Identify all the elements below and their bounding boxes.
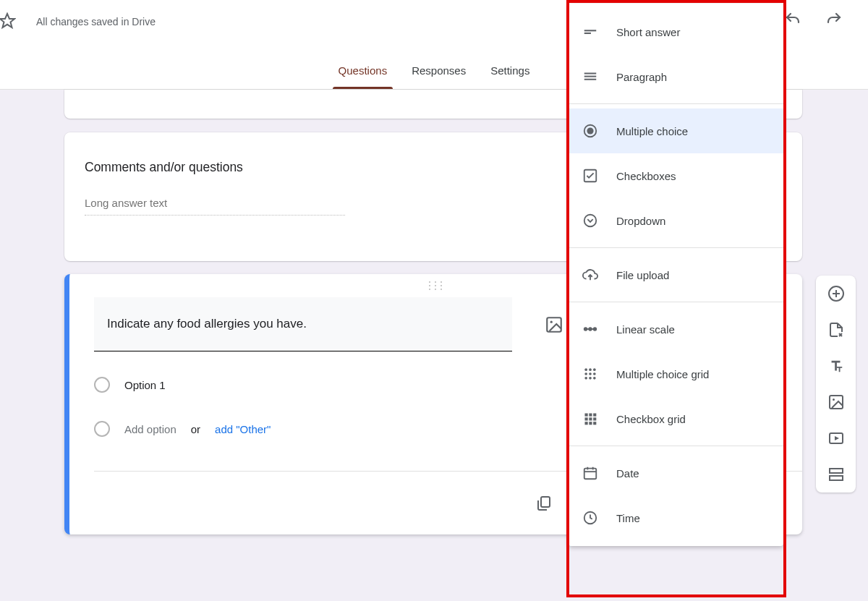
- svg-rect-1: [547, 317, 561, 332]
- menu-label: Checkbox grid: [616, 413, 686, 425]
- menu-label: Short answer: [616, 26, 680, 38]
- svg-point-8: [833, 398, 835, 401]
- tab-settings[interactable]: Settings: [490, 64, 529, 87]
- side-toolbar: [816, 276, 856, 493]
- tab-questions[interactable]: Questions: [339, 64, 388, 87]
- menu-separator: [569, 247, 783, 248]
- add-option-button[interactable]: Add option: [124, 423, 176, 435]
- svg-point-31: [593, 372, 596, 375]
- svg-point-28: [593, 368, 596, 371]
- svg-rect-43: [593, 422, 596, 425]
- svg-rect-11: [830, 469, 843, 473]
- menu-item-time[interactable]: Time: [569, 495, 783, 540]
- menu-label: File upload: [616, 269, 669, 281]
- menu-item-paragraph[interactable]: Paragraph: [569, 54, 783, 99]
- cb-grid-icon: [582, 410, 599, 427]
- checkbox-icon: [582, 167, 599, 184]
- svg-marker-10: [835, 436, 839, 440]
- menu-separator: [569, 446, 783, 446]
- svg-rect-3: [541, 497, 550, 507]
- svg-rect-15: [584, 73, 597, 74]
- menu-item-dropdown[interactable]: Dropdown: [569, 198, 783, 243]
- linear-scale-icon: [582, 320, 599, 338]
- svg-rect-16: [584, 76, 597, 77]
- svg-rect-36: [589, 414, 592, 417]
- svg-point-32: [584, 377, 587, 380]
- svg-point-27: [589, 368, 592, 371]
- radio-selected-icon: [582, 122, 599, 140]
- svg-rect-7: [830, 396, 843, 409]
- menu-label: Time: [616, 512, 640, 524]
- menu-label: Paragraph: [616, 71, 667, 83]
- svg-rect-14: [584, 33, 591, 34]
- svg-point-26: [584, 368, 587, 371]
- menu-label: Dropdown: [616, 215, 665, 227]
- long-answer-placeholder: Long answer text: [85, 197, 345, 216]
- menu-item-cb-grid[interactable]: Checkbox grid: [569, 396, 783, 441]
- svg-rect-25: [585, 328, 596, 330]
- add-other-button[interactable]: add "Other": [215, 423, 271, 435]
- menu-item-short-answer[interactable]: Short answer: [569, 9, 783, 54]
- svg-rect-39: [589, 417, 592, 420]
- drag-handle-icon[interactable]: [428, 281, 444, 290]
- question-type-menu[interactable]: Short answer Paragraph Multiple choice C…: [569, 4, 783, 546]
- clock-icon: [582, 509, 599, 527]
- svg-point-34: [593, 377, 596, 380]
- svg-rect-13: [584, 30, 597, 31]
- upload-icon: [582, 266, 599, 284]
- paragraph-icon: [582, 68, 599, 85]
- svg-rect-41: [585, 422, 588, 425]
- menu-label: Multiple choice: [616, 125, 688, 137]
- question-text-field[interactable]: [107, 317, 512, 331]
- svg-rect-42: [589, 422, 592, 425]
- save-status: All changes saved in Drive: [36, 16, 156, 27]
- svg-rect-37: [593, 414, 596, 417]
- menu-separator: [569, 302, 783, 302]
- radio-icon: [94, 421, 110, 437]
- menu-item-multiple-choice[interactable]: Multiple choice: [569, 108, 783, 153]
- duplicate-button[interactable]: [529, 489, 558, 518]
- svg-point-29: [584, 372, 587, 375]
- svg-rect-40: [593, 417, 596, 420]
- menu-label: Date: [616, 467, 639, 479]
- radio-icon: [94, 377, 110, 393]
- question-text-input[interactable]: [94, 297, 512, 351]
- add-image-button[interactable]: [827, 393, 846, 412]
- svg-point-19: [587, 127, 593, 134]
- svg-point-21: [584, 215, 597, 227]
- dropdown-icon: [582, 212, 599, 229]
- menu-label: Multiple choice grid: [616, 368, 709, 380]
- menu-separator: [569, 103, 783, 104]
- svg-rect-17: [584, 79, 597, 80]
- import-questions-button[interactable]: [827, 320, 846, 339]
- calendar-icon: [582, 464, 599, 482]
- add-image-button[interactable]: [540, 310, 569, 339]
- tab-responses[interactable]: Responses: [412, 64, 466, 87]
- menu-item-linear-scale[interactable]: Linear scale: [569, 307, 783, 351]
- or-label: or: [191, 423, 200, 435]
- mc-grid-icon: [582, 365, 599, 383]
- menu-item-checkboxes[interactable]: Checkboxes: [569, 153, 783, 198]
- svg-marker-0: [0, 14, 14, 27]
- add-title-button[interactable]: [827, 357, 846, 375]
- svg-rect-12: [830, 476, 843, 480]
- menu-item-mc-grid[interactable]: Multiple choice grid: [569, 351, 783, 396]
- menu-label: Linear scale: [616, 323, 675, 336]
- menu-label: Checkboxes: [616, 170, 676, 182]
- svg-point-33: [589, 377, 592, 380]
- add-question-button[interactable]: [827, 284, 846, 303]
- redo-button[interactable]: [825, 10, 843, 29]
- undo-button[interactable]: [783, 10, 802, 29]
- svg-point-30: [589, 372, 592, 375]
- svg-point-2: [550, 321, 553, 323]
- option-1-label[interactable]: Option 1: [124, 379, 166, 391]
- short-answer-icon: [582, 23, 599, 41]
- add-video-button[interactable]: [827, 429, 846, 448]
- menu-item-date[interactable]: Date: [569, 451, 783, 495]
- add-section-button[interactable]: [827, 465, 846, 484]
- star-icon[interactable]: [0, 12, 16, 30]
- svg-rect-35: [585, 414, 588, 417]
- menu-item-file-upload[interactable]: File upload: [569, 252, 783, 297]
- svg-rect-38: [585, 417, 588, 420]
- svg-rect-44: [584, 469, 597, 479]
